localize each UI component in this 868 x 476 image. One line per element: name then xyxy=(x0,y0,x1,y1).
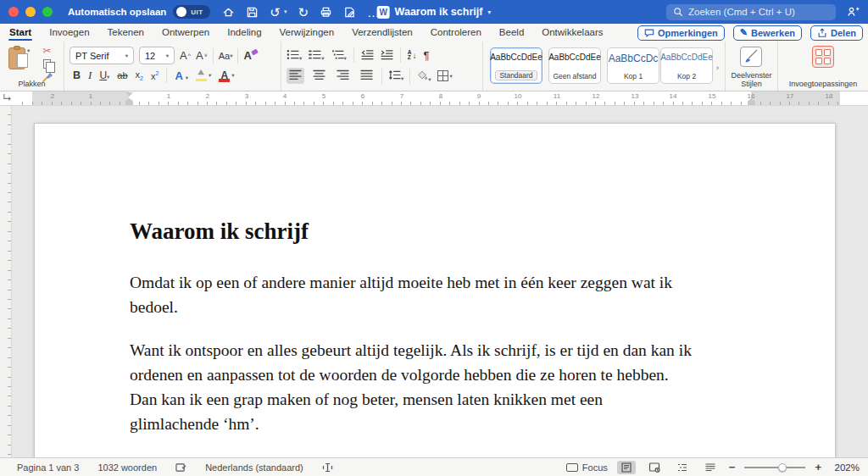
tab-invoegen[interactable]: Invoegen xyxy=(48,25,90,41)
justify-button[interactable] xyxy=(358,68,376,84)
tab-verzendlijsten[interactable]: Verzendlijsten xyxy=(351,25,414,41)
sort-button[interactable]: AZ↓ xyxy=(408,50,417,61)
bold-button[interactable]: B xyxy=(73,69,81,81)
chevron-down-icon: ▾ xyxy=(209,72,211,79)
tab-ontwerpen[interactable]: Ontwerpen xyxy=(161,25,210,41)
ruler-number: 15 xyxy=(709,92,716,100)
tab-beeld[interactable]: Beeld xyxy=(498,25,525,41)
style-geen-afstand[interactable]: AaBbCcDdEe Geen afstand xyxy=(548,47,601,84)
font-name-dropdown[interactable]: PT Serif ▾ xyxy=(70,47,134,64)
close-window-button[interactable] xyxy=(8,7,19,17)
tab-start[interactable]: Start xyxy=(8,25,32,41)
cut-button[interactable]: ✂ xyxy=(42,46,51,57)
edit-button[interactable]: ✎ Bewerken xyxy=(733,25,802,41)
align-center-button[interactable] xyxy=(310,68,328,84)
save-icon[interactable] xyxy=(246,6,259,19)
zoom-percentage[interactable]: 202% xyxy=(831,462,860,473)
more-styles-button[interactable]: › xyxy=(716,64,719,72)
document-paragraph[interactable]: Omdat ik op een of andere manier altijd … xyxy=(130,270,750,319)
undo-chevron-icon[interactable]: ▾ xyxy=(284,8,287,15)
increase-indent-button[interactable] xyxy=(381,49,393,62)
share-arrow-icon xyxy=(817,28,827,38)
document-paragraph[interactable]: Want ik ontspoor en alles gebeurt altijd… xyxy=(130,338,750,436)
zoom-window-button[interactable] xyxy=(42,7,53,17)
share-doc-button[interactable]: Delen xyxy=(810,25,863,41)
web-layout-view-button[interactable] xyxy=(645,461,664,474)
paste-button[interactable]: ▾ xyxy=(8,47,30,69)
autosave-toggle-knob xyxy=(176,7,186,17)
print-layout-view-button[interactable] xyxy=(617,461,636,474)
strikethrough-button[interactable]: ab xyxy=(117,70,127,80)
bullets-button[interactable]: ▾ xyxy=(287,49,302,62)
show-formatting-button[interactable]: ¶ xyxy=(424,49,430,62)
ruler-number: 7 xyxy=(400,92,403,100)
font-size-value: 12 xyxy=(145,51,155,61)
clear-formatting-button[interactable]: A xyxy=(243,49,251,62)
word-count[interactable]: 1032 woorden xyxy=(97,462,157,473)
ruler-number: 18 xyxy=(826,92,833,100)
copy-button[interactable] xyxy=(43,59,51,69)
tab-selector-icon[interactable] xyxy=(3,93,12,102)
tab-tekenen[interactable]: Tekenen xyxy=(107,25,145,41)
align-right-button[interactable] xyxy=(334,68,352,84)
proofing-icon[interactable] xyxy=(175,462,186,473)
shrink-font-button[interactable]: A˅ xyxy=(196,49,208,62)
underline-button[interactable]: U▾ xyxy=(99,69,109,81)
italic-button[interactable]: I xyxy=(88,69,92,82)
draft-view-button[interactable] xyxy=(701,461,720,474)
zoom-in-button[interactable]: + xyxy=(815,461,821,473)
change-case-button[interactable]: Aa▾ xyxy=(219,51,233,61)
outline-view-button[interactable] xyxy=(673,461,692,474)
tab-ontwikkelaars[interactable]: Ontwikkelaars xyxy=(541,25,604,41)
font-size-dropdown[interactable]: 12 ▾ xyxy=(139,47,175,64)
style-kop-1[interactable]: AaBbCcDc Kop 1 xyxy=(607,47,659,84)
style-kop-2[interactable]: AaBbCcDdEe Kop 2 xyxy=(660,47,713,84)
subscript-button[interactable]: x2 xyxy=(136,69,143,81)
styles-pane-button[interactable] xyxy=(740,47,762,67)
home-icon[interactable] xyxy=(222,6,235,19)
focus-mode-button[interactable]: Focus xyxy=(566,462,608,473)
comments-button[interactable]: Opmerkingen xyxy=(637,25,725,41)
search-input[interactable]: Zoeken (Cmd + Ctrl + U) xyxy=(666,4,836,20)
share-icon xyxy=(847,5,860,19)
grow-font-button[interactable]: A^ xyxy=(180,49,191,62)
shading-button[interactable]: ▾ xyxy=(416,69,431,83)
align-left-button[interactable] xyxy=(287,68,304,84)
document-title[interactable]: W Waarom ik schrijf ▾ xyxy=(377,6,492,19)
styles-gallery: AaBbCcDdEe Standaard AaBbCcDdEe Geen afs… xyxy=(483,42,726,91)
page-indicator[interactable]: Pagina 1 van 3 xyxy=(17,462,79,473)
document-heading[interactable]: Waarom ik schrijf xyxy=(130,219,750,245)
multilevel-list-button[interactable]: ▾ xyxy=(331,49,347,62)
font-color-button[interactable]: A ▾ xyxy=(219,69,234,82)
zoom-out-button[interactable]: − xyxy=(729,461,736,473)
document-page[interactable]: Waarom ik schrijf Omdat ik op een of and… xyxy=(34,123,836,457)
highlight-button[interactable]: ▾ xyxy=(196,69,211,81)
borders-button[interactable]: ▾ xyxy=(437,70,453,81)
redo-icon[interactable]: ↻ xyxy=(298,6,309,19)
zoom-slider-thumb[interactable] xyxy=(778,463,787,472)
text-effects-button[interactable]: A ▾ xyxy=(175,69,188,82)
zoom-slider[interactable] xyxy=(744,462,805,473)
tab-verwijzingen[interactable]: Verwijzingen xyxy=(279,25,336,41)
tab-indeling[interactable]: Indeling xyxy=(226,25,262,41)
autosave-toggle[interactable]: UIT xyxy=(173,5,210,19)
minimize-window-button[interactable] xyxy=(25,7,36,17)
numbering-button[interactable]: ▾ xyxy=(309,49,324,62)
share-button[interactable] xyxy=(847,5,860,22)
comment-icon xyxy=(644,28,654,38)
print-icon[interactable] xyxy=(320,6,332,19)
horizontal-ruler[interactable]: 21123456789101112131415161718 xyxy=(0,91,868,106)
text-selection-icon[interactable] xyxy=(322,462,333,473)
superscript-button[interactable]: x2 xyxy=(151,70,159,81)
vertical-ruler[interactable] xyxy=(0,106,12,457)
style-standaard[interactable]: AaBbCcDdEe Standaard xyxy=(490,47,542,84)
save-as-icon[interactable] xyxy=(343,6,356,19)
language-indicator[interactable]: Nederlands (standaard) xyxy=(205,462,303,473)
decrease-indent-button[interactable] xyxy=(361,49,374,62)
tab-controleren[interactable]: Controleren xyxy=(430,25,482,41)
line-spacing-button[interactable]: ▾ xyxy=(388,69,403,82)
undo-icon[interactable]: ↺ xyxy=(270,6,281,19)
clipboard-mini-buttons: ✂ xyxy=(41,46,53,83)
addins-button[interactable] xyxy=(812,46,834,68)
ruler-number: 1 xyxy=(167,92,170,100)
